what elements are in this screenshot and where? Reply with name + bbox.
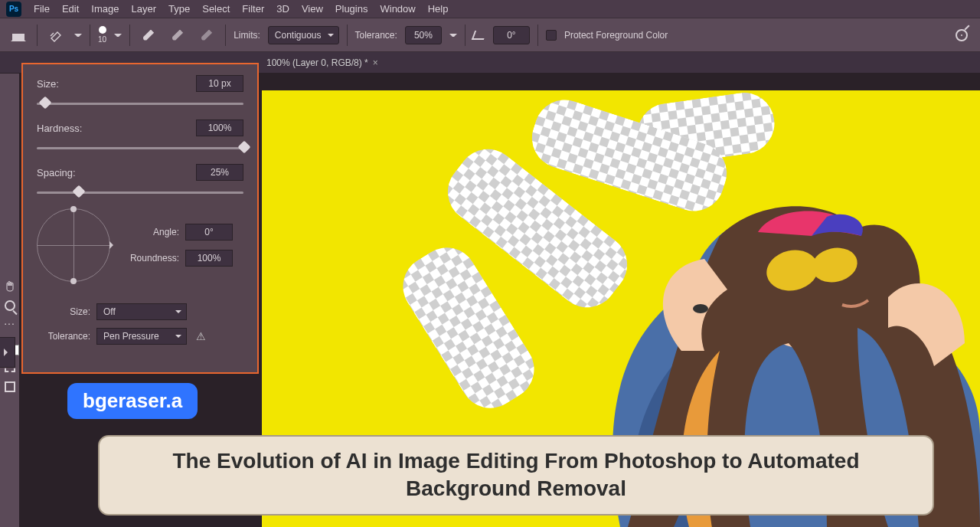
dyn-size-value: Off — [103, 306, 116, 317]
options-bar: 10 Limits: Contiguous Tolerance: 50% 0° … — [0, 18, 980, 52]
separator — [129, 25, 130, 46]
separator — [465, 25, 466, 46]
size-label: Size: — [37, 78, 59, 90]
angle-field[interactable]: 0° — [185, 224, 233, 241]
separator — [90, 25, 90, 46]
angle-field[interactable]: 0° — [493, 26, 530, 44]
tool-generic[interactable] — [2, 198, 18, 214]
menu-type[interactable]: Type — [168, 3, 190, 15]
dyn-tolerance-label: Tolerance: — [37, 331, 90, 342]
protect-fg-label: Protect Foreground Color — [564, 30, 668, 41]
roundness-field[interactable]: 100% — [185, 250, 233, 267]
menu-help[interactable]: Help — [428, 3, 449, 15]
document-tab[interactable]: 100% (Layer 0, RGB/8) * × — [260, 52, 384, 73]
chevron-down-icon[interactable] — [74, 31, 82, 39]
tool-preset-picker[interactable] — [45, 25, 67, 46]
spacing-field[interactable]: 25% — [196, 164, 243, 181]
sampling-once-button[interactable] — [167, 25, 188, 46]
brush-angle-control[interactable] — [37, 208, 110, 282]
tool-overflow[interactable]: ··· — [4, 317, 15, 329]
size-slider[interactable] — [37, 97, 243, 110]
sampling-swatch-button[interactable] — [196, 25, 217, 46]
angle-handle[interactable] — [70, 206, 77, 212]
screen-mode-toggle[interactable] — [2, 378, 18, 395]
protect-fg-checkbox[interactable] — [546, 30, 557, 41]
zoom-icon — [5, 300, 15, 311]
home-button[interactable] — [8, 25, 29, 46]
brush-size-readout: 10 — [98, 35, 106, 44]
eyedropper-swatch-icon — [201, 30, 212, 41]
eyedropper-target-icon — [172, 30, 183, 41]
tool-generic[interactable] — [2, 78, 18, 95]
dyn-tolerance-value: Pen Pressure — [103, 331, 159, 342]
tool-generic[interactable] — [2, 138, 18, 155]
limits-value: Contiguous — [275, 30, 322, 41]
chevron-down-icon[interactable] — [449, 31, 457, 39]
separator — [347, 25, 348, 46]
menu-window[interactable]: Window — [380, 3, 415, 15]
menu-view[interactable]: View — [302, 3, 323, 15]
angle-icon — [472, 31, 487, 40]
tolerance-label: Tolerance: — [355, 30, 397, 41]
home-icon — [12, 30, 24, 41]
slider-thumb[interactable] — [39, 97, 52, 110]
eyedropper-icon — [143, 30, 154, 41]
size-field[interactable]: 10 px — [196, 75, 243, 92]
tool-generic[interactable] — [2, 118, 18, 135]
sampling-continuous-button[interactable] — [138, 25, 159, 46]
roundness-label: Roundness: — [122, 253, 179, 264]
brush-preset-picker[interactable]: 10 — [98, 26, 106, 44]
menu-edit[interactable]: Edit — [62, 3, 79, 15]
dyn-tolerance-select[interactable]: Pen Pressure — [96, 328, 187, 345]
hand-tool[interactable] — [2, 277, 18, 294]
tool-generic[interactable] — [2, 158, 18, 175]
article-caption: The Evolution of AI in Image Editing Fro… — [98, 435, 934, 516]
separator — [537, 25, 538, 46]
document-tab-title: 100% (Layer 0, RGB/8) * — [266, 57, 368, 68]
brush-dot-icon — [99, 26, 106, 34]
tool-generic[interactable] — [2, 178, 18, 195]
dyn-size-select[interactable]: Off — [96, 303, 187, 320]
angle-label: Angle: — [122, 227, 179, 237]
angle-handle[interactable] — [70, 278, 77, 284]
hardness-label: Hardness: — [37, 123, 82, 134]
hand-icon — [4, 280, 16, 292]
svg-point-3 — [693, 304, 708, 313]
slider-thumb[interactable] — [72, 185, 85, 198]
target-icon — [956, 29, 968, 41]
menu-filter[interactable]: Filter — [242, 3, 264, 15]
menu-plugins[interactable]: Plugins — [335, 3, 368, 15]
menu-image[interactable]: Image — [91, 3, 119, 15]
separator — [225, 25, 226, 46]
screen-icon — [5, 381, 15, 392]
menu-3d[interactable]: 3D — [276, 3, 289, 15]
tools-panel: ··· — [0, 74, 20, 527]
watermark-badge: bgeraser.a — [67, 383, 198, 419]
limits-select[interactable]: Contiguous — [268, 26, 339, 44]
spacing-slider[interactable] — [37, 185, 243, 199]
tool-generic[interactable] — [2, 237, 18, 254]
angle-arrow-icon — [109, 241, 117, 249]
separator — [37, 25, 38, 46]
limits-label: Limits: — [234, 30, 260, 41]
brush-settings-button[interactable] — [951, 25, 972, 46]
tool-generic[interactable] — [2, 257, 18, 274]
ps-logo-icon: Ps — [6, 2, 21, 17]
hardness-slider[interactable] — [37, 141, 243, 155]
spacing-label: Spacing: — [37, 167, 76, 178]
zoom-tool[interactable] — [2, 297, 18, 314]
expand-panel-handle[interactable] — [0, 337, 15, 368]
slider-thumb[interactable] — [237, 141, 250, 154]
close-tab-icon[interactable]: × — [373, 57, 378, 68]
chevron-down-icon[interactable] — [114, 31, 122, 39]
tolerance-field[interactable]: 50% — [405, 26, 442, 44]
eraser-tool-icon — [49, 28, 63, 42]
menu-layer[interactable]: Layer — [132, 3, 157, 15]
menu-select[interactable]: Select — [202, 3, 230, 15]
hardness-field[interactable]: 100% — [196, 119, 243, 136]
menu-bar: Ps File Edit Image Layer Type Select Fil… — [0, 0, 980, 18]
dyn-size-label: Size: — [37, 306, 90, 317]
tool-generic[interactable] — [2, 218, 18, 234]
tool-generic[interactable] — [2, 98, 18, 115]
menu-file[interactable]: File — [34, 3, 50, 15]
